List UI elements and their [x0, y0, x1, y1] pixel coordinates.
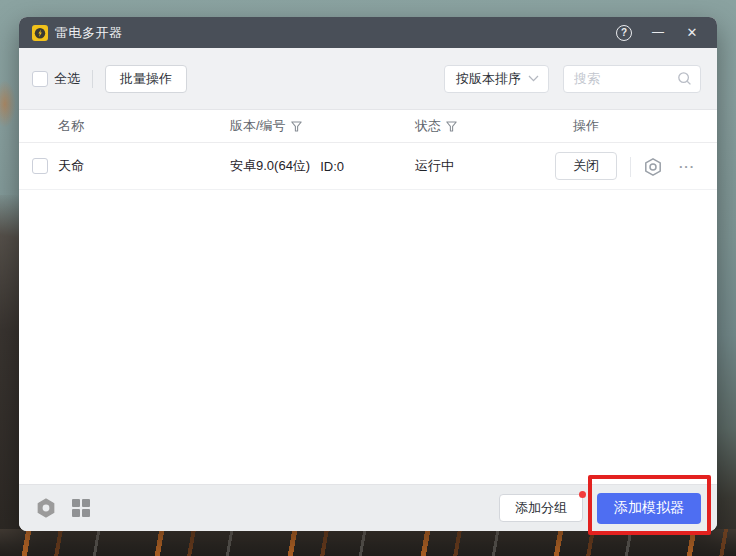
add-emulator-button[interactable]: 添加模拟器: [597, 493, 701, 524]
app-logo-icon: [32, 25, 48, 41]
empty-list-area: [19, 190, 717, 484]
emulator-version: 安卓9.0(64位): [230, 157, 310, 175]
help-icon[interactable]: ?: [611, 20, 637, 46]
search-input[interactable]: [574, 71, 677, 86]
minimize-icon[interactable]: —: [645, 20, 671, 46]
more-options-icon[interactable]: ···: [674, 155, 700, 177]
add-group-wrap: 添加分组: [499, 494, 583, 522]
emulator-id: ID:0: [320, 159, 344, 174]
row-checkbox[interactable]: [32, 158, 48, 174]
select-all-label: 全选: [54, 70, 80, 88]
search-box[interactable]: [563, 65, 701, 93]
batch-operation-button[interactable]: 批量操作: [105, 65, 187, 93]
status-badge: 运行中: [415, 143, 454, 189]
emulator-name: 天命: [58, 143, 84, 189]
toolbar-divider: [92, 70, 93, 88]
select-all-checkbox[interactable]: [32, 71, 48, 87]
notification-dot-badge: [579, 491, 586, 498]
column-header-status[interactable]: 状态: [415, 110, 457, 142]
filter-icon[interactable]: [446, 121, 457, 132]
global-settings-icon[interactable]: [36, 498, 56, 518]
window-title: 雷电多开器: [55, 24, 123, 42]
close-icon[interactable]: ✕: [679, 20, 705, 46]
wallpaper-rocks: [0, 529, 736, 556]
column-header-version[interactable]: 版本/编号: [230, 110, 302, 142]
sort-dropdown-value: 按版本排序: [456, 70, 528, 88]
emulator-version-cell: 安卓9.0(64位) ID:0: [230, 143, 344, 189]
table-row[interactable]: 天命 安卓9.0(64位) ID:0 运行中 关闭 ···: [19, 143, 717, 190]
sort-dropdown[interactable]: 按版本排序: [444, 65, 549, 93]
grid-view-icon[interactable]: [72, 499, 90, 517]
row-checkbox-cell: [32, 143, 48, 189]
wallpaper-glow: [0, 80, 16, 128]
chevron-down-icon: [528, 75, 539, 82]
window-controls: ? — ✕: [611, 20, 705, 46]
app-window: 雷电多开器 ? — ✕ 全选 批量操作 按版本排序: [19, 17, 717, 531]
column-header-operations: 操作: [573, 110, 599, 142]
table-header: 名称 版本/编号 状态 操作: [19, 110, 717, 143]
column-header-name[interactable]: 名称: [58, 110, 84, 142]
filter-icon[interactable]: [291, 121, 302, 132]
footer-bar: 添加分组 添加模拟器: [19, 484, 717, 531]
row-action-divider: [630, 157, 631, 177]
add-group-button[interactable]: 添加分组: [499, 494, 583, 522]
toolbar: 全选 批量操作 按版本排序: [19, 48, 717, 110]
close-emulator-button[interactable]: 关闭: [555, 152, 617, 180]
settings-gear-icon[interactable]: [643, 157, 663, 177]
search-icon: [677, 71, 692, 86]
titlebar: 雷电多开器 ? — ✕: [19, 17, 717, 48]
